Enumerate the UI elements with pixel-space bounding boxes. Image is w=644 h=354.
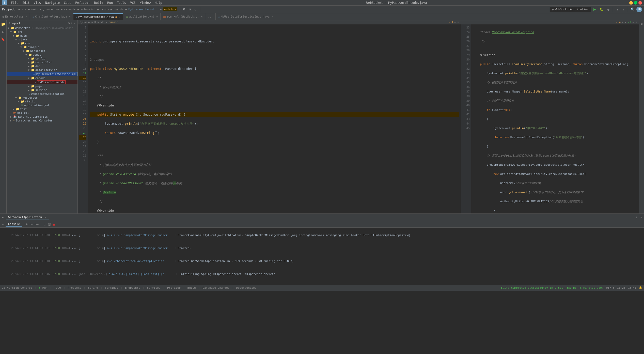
sync-icon[interactable]: ↻	[193, 7, 197, 12]
scroll-end-icon[interactable]: ⤓	[43, 222, 46, 226]
tab-my-user-details[interactable]: ☕ MyUserDetailsServiceImpl.java ✕	[216, 13, 276, 20]
menu-code[interactable]: Code	[62, 1, 73, 5]
run-button[interactable]: ▶	[592, 6, 597, 12]
menu-navigate[interactable]: Navigate	[43, 1, 62, 5]
tree-settings-icon[interactable]: ⚙	[68, 21, 70, 25]
actuator-tab[interactable]: Actuator	[23, 222, 42, 227]
endpoints-status[interactable]: Endpoints	[125, 286, 140, 289]
line-col-status[interactable]: 11:20	[617, 286, 625, 289]
user-avatar[interactable]: JB	[636, 7, 642, 12]
coverage-button[interactable]: ◎	[606, 7, 610, 12]
project-icon[interactable]: 📁	[0, 21, 6, 27]
settings-icon[interactable]: ⚙	[188, 7, 192, 12]
menu-view[interactable]: View	[32, 1, 43, 5]
tree-item-resources[interactable]: ▼ 📁 resources	[7, 96, 77, 100]
structure-icon[interactable]: ⊞	[1, 29, 5, 35]
git-push-icon[interactable]: ⇑	[621, 7, 625, 12]
tree-item-websocket[interactable]: ▼ 📁 WebSocket D:\Myproject-java\WebSocke…	[7, 26, 77, 30]
git-update-icon[interactable]: ⇓	[616, 7, 620, 12]
db-changes-status[interactable]: Database Changes	[202, 286, 229, 289]
tree-item-src[interactable]: ▼ 📁 src	[7, 30, 77, 34]
debug-button[interactable]: 🐛	[599, 7, 605, 12]
menu-edit[interactable]: Edit	[21, 1, 32, 5]
restart-app-icon[interactable]: ↺	[2, 222, 4, 226]
menu-build[interactable]: Build	[92, 1, 105, 5]
stop-icon[interactable]: ■	[53, 222, 55, 226]
minimize-button[interactable]	[629, 1, 633, 5]
menu-help[interactable]: Help	[153, 1, 164, 5]
search-everywhere-icon[interactable]: 🔍	[631, 7, 635, 11]
code-text-right[interactable]: throws UsernameNotFoundException */ @Ove…	[471, 24, 639, 213]
tree-item-java[interactable]: ▼ ☕ java	[7, 38, 77, 41]
dependencies-status[interactable]: Dependencies	[236, 286, 256, 289]
tree-collapse-icon[interactable]: ↕	[71, 21, 73, 25]
tab-more[interactable]: ...	[205, 13, 216, 20]
console-output[interactable]: 2024-01-07 13:44:50.300 INFO 18824 --- […	[0, 228, 644, 285]
tree-item-pojo[interactable]: ▶ 📁 pojo	[7, 84, 77, 88]
right-code-content[interactable]: 23242526 272829303132 3334353637 3839404…	[461, 24, 639, 213]
nav-arrows[interactable]: ∧ ∨	[454, 21, 459, 24]
tree-item-myuserdetails[interactable]: ☕ MyUserDetailsServiceImpl	[7, 72, 77, 76]
tree-item-mypasswordencode[interactable]: ☕ MyPasswordEncode	[7, 80, 77, 84]
vcs-status[interactable]: ⎇ Version Control	[2, 286, 32, 289]
tab-close-icon[interactable]: ✕	[272, 15, 273, 18]
tree-item-websocketapp[interactable]: ☕ WebSocketApplication	[7, 92, 77, 96]
left-code-content[interactable]: 12345 678910 1112131415 1617181920 21222…	[78, 24, 461, 213]
tree-item-appyml[interactable]: ☰ application.yml	[7, 103, 77, 107]
clear-console-icon[interactable]: 🗑	[48, 222, 51, 226]
menu-vcs[interactable]: VCS	[128, 1, 137, 5]
notification-icon[interactable]: 🔔	[639, 286, 642, 289]
nav-arrows2[interactable]: ∧ ∨	[632, 21, 637, 24]
terminal-status[interactable]: Terminal	[105, 286, 118, 289]
problems-status[interactable]: Problems	[68, 286, 81, 289]
tab-close-btn[interactable]: ✕	[45, 216, 46, 219]
tree-item-service[interactable]: ▶ 📁 service	[7, 88, 77, 92]
bookmark-icon[interactable]: 🔖	[0, 37, 6, 42]
tab-pom-xml[interactable]: 𝕞 pom.xml (WebSock... ✕	[161, 13, 205, 20]
tree-item-scratches[interactable]: ▶ ✏ Scratches and Consoles	[7, 119, 77, 122]
panel-minimize-icon[interactable]: ▽	[640, 216, 642, 219]
structure-side-icon[interactable]: ⊞	[640, 21, 643, 26]
panel-settings-icon[interactable]: ⚙	[636, 216, 637, 219]
tree-item-pomxml[interactable]: 𝕞 pom.xml	[7, 111, 77, 115]
tab-chat-controller[interactable]: ☕ ChatController.java ✕	[30, 13, 73, 20]
app-icon[interactable]: I	[2, 0, 7, 5]
tab-close-icon[interactable]: ✕	[26, 15, 27, 18]
tab-error-class[interactable]: ◻ Error.class ✕	[0, 13, 30, 20]
encoding-status[interactable]: UTF-8	[606, 286, 615, 289]
tree-item-main[interactable]: ▼ 📁 main	[7, 34, 77, 38]
tree-item-demos[interactable]: ▼ 📁 demos	[7, 53, 77, 57]
tree-item-controller[interactable]: ▶ 📁 controller	[7, 60, 77, 64]
maximize-button[interactable]	[634, 1, 637, 5]
layout-icon[interactable]: ⊞	[182, 7, 186, 12]
close-button[interactable]	[638, 1, 642, 5]
tree-item-example[interactable]: ▼ 📁 example	[7, 45, 77, 49]
panel-tab-run[interactable]: WebSocketApplication ✕	[6, 215, 49, 220]
menu-window[interactable]: Window	[138, 1, 152, 5]
spring-status[interactable]: Spring	[88, 286, 98, 289]
tree-item-detailservice[interactable]: ▼ 📁 detailservice	[7, 68, 77, 72]
tab-close-icon[interactable]: ✕	[119, 16, 120, 18]
run-status[interactable]: ▶ Run	[39, 286, 48, 289]
tree-item-dao[interactable]: ▶ 📁 dao	[7, 64, 77, 68]
menu-refactor[interactable]: Refactor	[73, 1, 92, 5]
services-status[interactable]: Services	[147, 286, 160, 289]
menu-run[interactable]: Run	[105, 1, 115, 5]
menu-file[interactable]: File	[9, 1, 20, 5]
code-text-left[interactable]: import org.springframework.security.cryp…	[88, 24, 461, 213]
tab-application-yml[interactable]: ☰ application.yml ✕	[123, 13, 161, 20]
tree-close-icon[interactable]: ✕	[74, 21, 75, 25]
console-tab[interactable]: Console	[6, 222, 22, 227]
tree-item-config[interactable]: ▶ 📁 config	[7, 57, 77, 60]
tree-item-encode[interactable]: ▼ 📁 encode	[7, 76, 77, 80]
tree-item-static[interactable]: ▶ 📁 static	[7, 100, 77, 103]
profiler-status[interactable]: Profiler	[167, 286, 181, 289]
tree-item-ext-libs[interactable]: ▶ 📚 External Libraries	[7, 115, 77, 119]
todo-status[interactable]: TODO	[54, 286, 61, 289]
tab-my-password-encode[interactable]: ☕ MyPasswordEncode.java ● ✕	[73, 13, 123, 20]
tree-item-websocket2[interactable]: ▼ 📁 websocket	[7, 49, 77, 53]
build-status-btn[interactable]: Build	[187, 286, 196, 289]
nav-arrows-right[interactable]: ∧ ∨	[622, 21, 626, 24]
tree-item-test[interactable]: ▶ 📁 test	[7, 107, 77, 111]
tab-close-icon[interactable]: ✕	[69, 15, 71, 18]
